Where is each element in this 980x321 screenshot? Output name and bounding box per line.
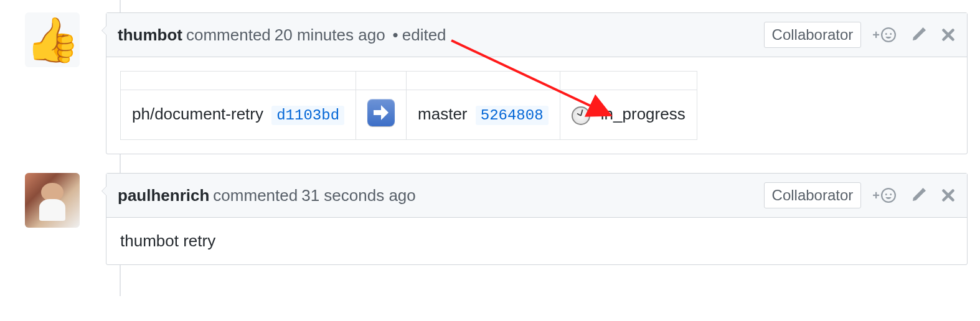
comment: 👍 thumbot commented 20 minutes ago • edi… <box>25 12 968 154</box>
close-icon <box>941 188 956 203</box>
dot-separator: • <box>393 26 398 45</box>
source-branch: ph/document-retry <box>132 105 263 123</box>
avatar[interactable]: 👍 <box>25 12 80 67</box>
status-cell: in_progress <box>560 90 697 140</box>
target-branch: master <box>418 105 467 123</box>
comment-body: ph/document-retry d1103bd master 5264808 <box>106 57 967 154</box>
comment-action: commented <box>186 26 271 45</box>
comment-author[interactable]: thumbot <box>118 26 182 45</box>
close-icon <box>941 27 956 42</box>
target-cell: master 5264808 <box>407 90 560 140</box>
comment-bubble: thumbot commented 20 minutes ago • edite… <box>106 12 968 154</box>
comment-bubble: paulhenrich commented 31 seconds ago Col… <box>106 173 968 265</box>
comment-actions: + <box>872 27 956 42</box>
source-cell: ph/document-retry d1103bd <box>121 90 356 140</box>
collaborator-badge: Collaborator <box>764 22 862 48</box>
comment-body: thumbot retry <box>106 218 967 264</box>
collaborator-badge: Collaborator <box>764 182 862 208</box>
comment-time[interactable]: 31 seconds ago <box>301 186 416 205</box>
pencil-icon <box>911 27 926 42</box>
comment-header: thumbot commented 20 minutes ago • edite… <box>106 13 967 57</box>
add-reaction-button[interactable]: + <box>872 188 896 203</box>
target-sha[interactable]: 5264808 <box>476 106 549 125</box>
edit-button[interactable] <box>911 188 926 203</box>
edit-button[interactable] <box>911 27 926 42</box>
close-button[interactable] <box>941 188 956 203</box>
table-row: ph/document-retry d1103bd master 5264808 <box>121 90 697 140</box>
avatar[interactable] <box>25 173 80 228</box>
add-reaction-button[interactable]: + <box>872 27 896 42</box>
avatar-column: 👍 <box>25 12 106 154</box>
thumbsup-icon: 👍 <box>26 18 80 62</box>
comment-actions: + <box>872 188 956 203</box>
avatar-column <box>25 173 106 265</box>
comment-author[interactable]: paulhenrich <box>118 186 209 205</box>
source-sha[interactable]: d1103bd <box>271 106 344 125</box>
status-text: in_progress <box>601 105 686 123</box>
comment-header: paulhenrich commented 31 seconds ago Col… <box>106 174 967 218</box>
emoji-icon <box>881 27 896 42</box>
clock-icon <box>572 106 590 125</box>
arrow-right-icon <box>367 99 395 126</box>
build-status-table: ph/document-retry d1103bd master 5264808 <box>120 71 697 140</box>
plus-icon: + <box>872 28 880 42</box>
emoji-icon <box>881 188 896 203</box>
edited-label[interactable]: edited <box>402 26 446 45</box>
arrow-cell <box>356 90 407 140</box>
comment-action: commented <box>213 186 298 205</box>
comment: paulhenrich commented 31 seconds ago Col… <box>25 173 968 265</box>
pencil-icon <box>911 188 926 203</box>
user-photo <box>25 173 80 228</box>
comment-time[interactable]: 20 minutes ago <box>275 26 385 45</box>
comment-text: thumbot retry <box>120 231 215 250</box>
plus-icon: + <box>872 188 880 203</box>
close-button[interactable] <box>941 27 956 42</box>
